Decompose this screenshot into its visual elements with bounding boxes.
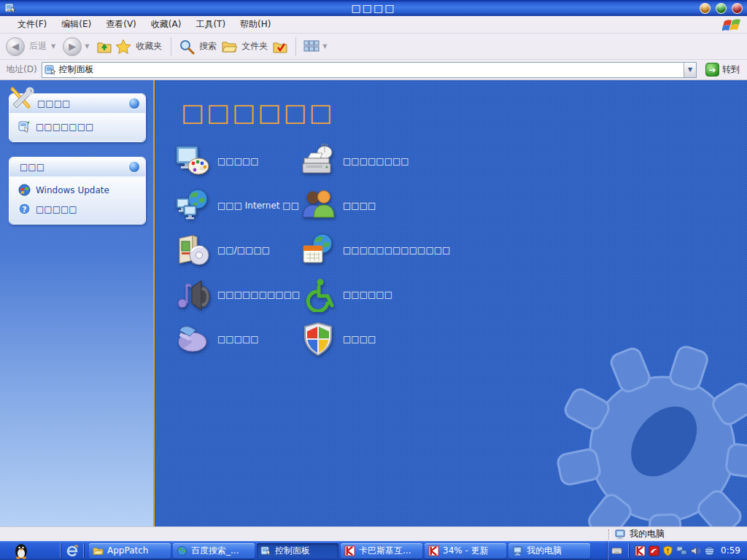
window-body: □□□□ □□□□□□□ □□□ Windows Update — [0, 80, 747, 526]
toolbar-separator — [295, 37, 296, 56]
category-accessibility[interactable]: □□□□□□ — [301, 277, 592, 312]
address-value: 控制面板 — [59, 63, 94, 76]
folders-icon[interactable] — [221, 39, 237, 55]
toolbar-grip[interactable] — [608, 529, 611, 540]
menu-edit[interactable]: 编辑(E) — [54, 16, 98, 33]
up-folder-icon[interactable] — [96, 39, 112, 55]
favorites-label[interactable]: 收藏夹 — [136, 40, 162, 52]
red-app-tray-icon[interactable] — [649, 545, 659, 556]
window-bottom-strip: 我的电脑 — [0, 526, 747, 541]
menu-favorites[interactable]: 收藏(A) — [144, 16, 189, 33]
printers-hardware-icon — [301, 144, 336, 179]
category-label: □□□□□□ — [343, 289, 392, 300]
category-date-time-language[interactable]: □□□□□□□□□□□□□ — [301, 233, 592, 268]
performance-maintenance-icon — [175, 322, 210, 357]
internet-explorer-icon[interactable] — [66, 545, 78, 557]
back-label[interactable]: 后退 — [29, 40, 47, 52]
control-panel-tasks-panel: □□□□ □□□□□□□ — [9, 93, 146, 142]
category-add-remove-programs[interactable]: □□/□□□□ — [175, 233, 301, 268]
panel-collapse-button[interactable] — [128, 98, 140, 109]
my-computer-desktop-toolbar[interactable]: 我的电脑 — [608, 527, 747, 541]
my-computer-icon — [512, 545, 523, 556]
taskbar-button-control-panel[interactable]: 控制面板 — [257, 543, 338, 559]
control-panel-content: □□□□□□ □□□□□ □□□□□□□ — [155, 80, 747, 526]
taskbar-button-kaspersky[interactable]: 卡巴斯基互... — [341, 543, 422, 559]
minimize-button[interactable] — [700, 3, 711, 14]
category-printers-hardware[interactable]: □□□□□□□□ — [301, 144, 592, 179]
control-panel-icon — [260, 545, 271, 556]
accessibility-icon — [301, 277, 336, 312]
menu-file[interactable]: 文件(F) — [10, 16, 54, 33]
go-button[interactable]: ➔ 转到 — [701, 63, 744, 77]
views-icon[interactable] — [303, 40, 320, 53]
category-sounds-audio[interactable]: □□□□□□□□□□ — [175, 277, 301, 312]
forward-dropdown-icon[interactable]: ▼ — [85, 43, 89, 50]
volume-icon[interactable] — [690, 545, 701, 556]
security-alert-icon[interactable]: ! — [662, 545, 673, 556]
address-label: 地址(D) — [6, 63, 37, 76]
panel-header[interactable]: □□□ — [9, 158, 145, 176]
address-dropdown-button[interactable]: ▼ — [684, 63, 696, 77]
menu-view[interactable]: 查看(V) — [98, 16, 144, 33]
folder-check-icon[interactable] — [272, 39, 288, 55]
category-network-internet[interactable]: □□□ Internet □□ — [175, 188, 301, 223]
views-dropdown-icon[interactable]: ▼ — [322, 43, 327, 50]
category-label: □□□□ — [343, 334, 376, 344]
start-area[interactable] — [2, 542, 55, 559]
category-performance-maintenance[interactable]: □□□□□ — [175, 322, 301, 357]
input-method-icon[interactable] — [704, 545, 715, 556]
kaspersky-icon — [344, 545, 355, 556]
toolbar-separator — [171, 37, 171, 56]
panel-body: □□□□□□□ — [9, 113, 145, 141]
svg-text:?: ? — [22, 205, 26, 214]
taskbar-button-label: 百度搜索_... — [191, 545, 239, 557]
taskbar-button-update[interactable]: 34% - 更新 — [425, 543, 506, 559]
close-button[interactable] — [732, 3, 743, 14]
help-support-link[interactable]: ? □□□□□ — [18, 203, 141, 215]
category-security-center[interactable]: □□□□ — [301, 322, 592, 357]
penguin-start-icon[interactable] — [12, 542, 30, 559]
keyboard-icon[interactable] — [611, 545, 622, 556]
taskbar-button-my-computer[interactable]: 我的电脑 — [508, 543, 590, 559]
task-pane-sidebar: □□□□ □□□□□□□ □□□ Windows Update — [0, 80, 153, 526]
taskbar-button-label: 控制面板 — [275, 545, 310, 557]
favorites-star-icon[interactable] — [115, 39, 131, 55]
category-label: □□□ Internet □□ — [217, 201, 299, 211]
search-label[interactable]: 搜索 — [199, 40, 217, 52]
menu-bar: 文件(F) 编辑(E) 查看(V) 收藏(A) 工具(T) 帮助(H) — [0, 16, 747, 34]
kaspersky-tray-icon[interactable] — [635, 545, 646, 556]
folders-label[interactable]: 文件夹 — [241, 40, 268, 52]
category-label: □□□□□ — [217, 156, 259, 166]
appearance-themes-icon — [175, 144, 210, 179]
windows-update-link[interactable]: Windows Update — [18, 184, 141, 196]
back-button[interactable]: ◀ — [6, 37, 25, 56]
svg-text:!: ! — [667, 547, 670, 554]
category-appearance-themes[interactable]: □□□□□ — [175, 144, 301, 179]
network-tray-icon[interactable] — [676, 545, 687, 556]
windows-logo-icon — [722, 17, 744, 33]
task-link-label: □□□□□ — [36, 204, 77, 214]
user-accounts-icon — [301, 188, 336, 223]
switch-view-link[interactable]: □□□□□□□ — [18, 120, 141, 133]
search-icon[interactable] — [179, 39, 195, 55]
title-bar: □□□□ — [0, 0, 747, 16]
taskbar-button-label: 34% - 更新 — [443, 545, 489, 557]
go-label: 转到 — [722, 63, 740, 76]
address-input[interactable]: 控制面板 ▼ — [42, 62, 697, 78]
panel-collapse-button[interactable] — [128, 161, 140, 173]
menu-help[interactable]: 帮助(H) — [233, 16, 278, 33]
tray-divider — [628, 543, 629, 558]
back-dropdown-icon[interactable]: ▼ — [51, 43, 55, 50]
forward-button[interactable]: ▶ — [63, 37, 82, 56]
category-label: □□/□□□□ — [217, 245, 270, 255]
sounds-audio-icon — [175, 277, 210, 312]
network-internet-icon — [175, 188, 210, 223]
menu-tools[interactable]: 工具(T) — [188, 16, 233, 33]
taskbar-clock[interactable]: 0:59 — [721, 545, 740, 556]
category-user-accounts[interactable]: □□□□ — [301, 188, 592, 223]
taskbar-button-baidu-search[interactable]: 百度搜索_... — [173, 543, 255, 559]
taskbar-button-apppatch[interactable]: AppPatch — [89, 543, 171, 559]
maximize-button[interactable] — [716, 3, 727, 14]
category-label: □□□□□□□□ — [343, 156, 409, 166]
category-label: □□□□□□□□□□□□□ — [343, 245, 450, 255]
